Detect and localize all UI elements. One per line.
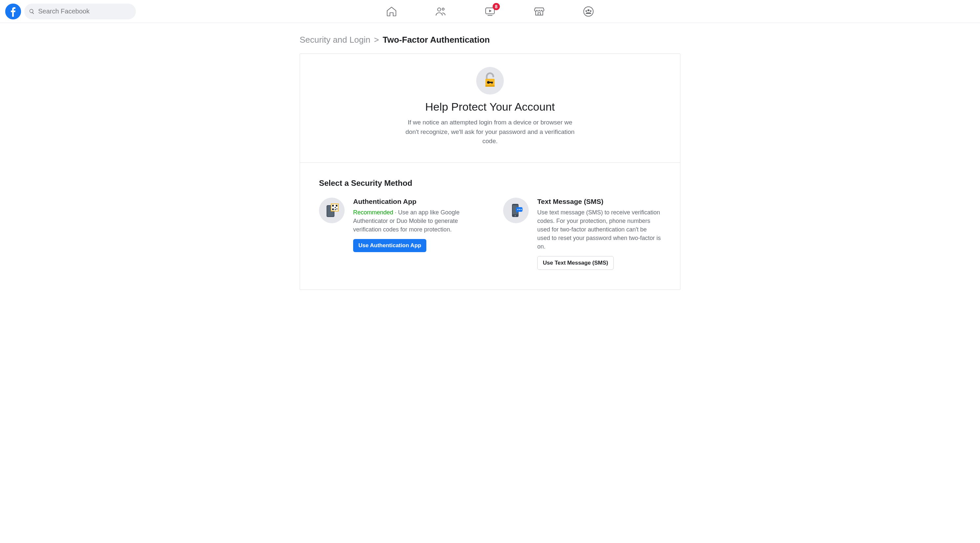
hero-section: Help Protect Your Account If we notice a… [300, 54, 680, 163]
svg-rect-18 [332, 209, 334, 210]
nav-friends[interactable] [434, 5, 447, 18]
svg-rect-11 [489, 82, 493, 83]
method-auth-app: Authentication App Recommended · Use an … [319, 197, 477, 270]
svg-point-7 [590, 10, 592, 12]
svg-point-2 [442, 8, 444, 10]
section-title: Select a Security Method [319, 178, 661, 188]
svg-point-1 [438, 8, 441, 11]
svg-rect-17 [336, 205, 337, 207]
use-auth-app-button[interactable]: Use Authentication App [353, 239, 426, 252]
hero-description: If we notice an attempted login from a d… [405, 118, 575, 146]
nav-groups[interactable] [582, 5, 595, 18]
svg-point-24 [515, 215, 516, 217]
svg-rect-16 [332, 205, 334, 207]
home-icon [386, 6, 397, 17]
search-field[interactable] [24, 3, 136, 19]
search-icon [29, 8, 35, 15]
svg-rect-19 [335, 207, 336, 208]
groups-icon [583, 6, 594, 17]
method-sms: Text Message (SMS) Use text message (SMS… [503, 197, 661, 270]
svg-point-6 [585, 10, 587, 12]
friends-icon [435, 6, 446, 17]
breadcrumb-parent[interactable]: Security and Login [300, 35, 370, 45]
lock-key-icon [476, 67, 504, 94]
svg-point-4 [584, 6, 593, 16]
svg-rect-20 [336, 209, 337, 209]
nav-watch[interactable]: 8 [484, 5, 496, 18]
sms-title: Text Message (SMS) [537, 197, 661, 205]
facebook-logo[interactable] [5, 3, 21, 19]
sms-icon [503, 197, 529, 223]
hero-title: Help Protect Your Account [310, 100, 670, 113]
svg-point-26 [517, 209, 518, 210]
page-content: Security and Login > Two-Factor Authenti… [300, 23, 680, 290]
facebook-logo-icon [5, 3, 21, 19]
auth-app-description: Recommended · Use an app like Google Aut… [353, 208, 477, 234]
svg-rect-21 [335, 209, 336, 210]
center-nav: 8 [385, 0, 595, 23]
breadcrumb-separator: > [373, 35, 380, 45]
breadcrumb-current: Two-Factor Authentication [383, 35, 490, 45]
auth-app-icon [319, 197, 345, 223]
methods-section: Select a Security Method [300, 163, 680, 290]
auth-app-title: Authentication App [353, 197, 477, 205]
svg-point-28 [520, 209, 522, 210]
marketplace-icon [534, 6, 545, 17]
svg-point-27 [519, 209, 520, 210]
nav-home[interactable] [385, 5, 398, 18]
nav-marketplace[interactable] [533, 5, 546, 18]
watch-badge: 8 [493, 3, 500, 10]
recommended-label: Recommended [353, 209, 393, 216]
search-input[interactable] [38, 8, 131, 15]
svg-point-5 [587, 9, 589, 11]
two-factor-card: Help Protect Your Account If we notice a… [300, 54, 680, 290]
use-sms-button[interactable]: Use Text Message (SMS) [537, 256, 614, 270]
sms-description: Use text message (SMS) to receive verifi… [537, 208, 661, 251]
breadcrumb: Security and Login > Two-Factor Authenti… [300, 33, 680, 54]
svg-rect-12 [492, 82, 492, 84]
desc-separator: · [393, 209, 398, 216]
top-nav: 8 [0, 0, 980, 23]
svg-rect-9 [485, 85, 495, 87]
